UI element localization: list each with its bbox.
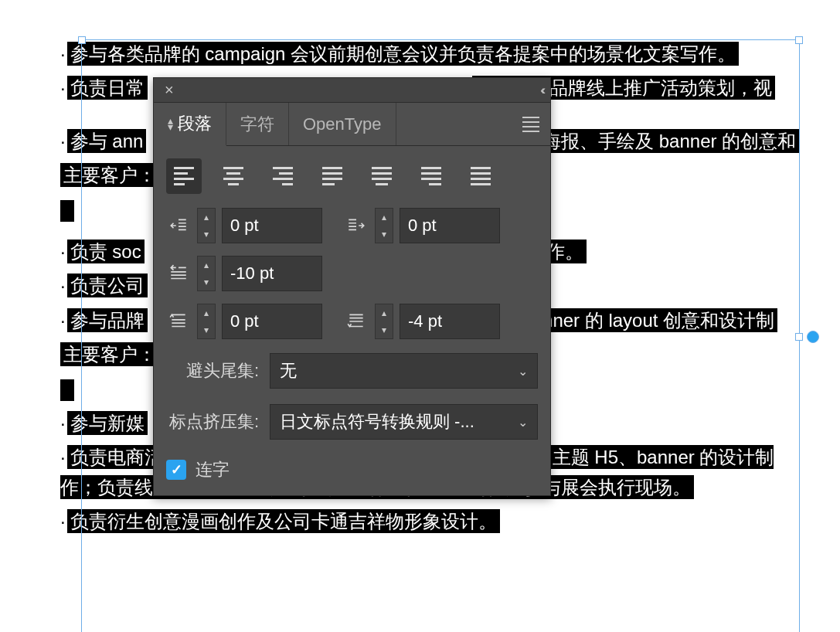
resize-handle-tr[interactable] [795, 36, 803, 44]
justify-left-button[interactable] [315, 158, 350, 194]
first-line-indent-field: ▴▾ -10 pt [166, 256, 322, 291]
right-indent-input[interactable]: 0 pt [400, 208, 500, 243]
justify-right-button[interactable] [413, 158, 449, 194]
left-indent-field: ▴▾ 0 pt [166, 208, 322, 243]
space-after-icon [344, 311, 369, 331]
mojikumi-dropdown[interactable]: 日文标点符号转换规则 -... ⌄ [270, 404, 538, 440]
frame-extend-handle[interactable] [807, 331, 819, 343]
panel-tabs: ▴▾ 段落 字符 OpenType [154, 103, 550, 146]
first-line-indent-input[interactable]: -10 pt [222, 256, 322, 291]
tab-opentype[interactable]: OpenType [289, 103, 396, 145]
ligature-label: 连字 [196, 458, 230, 481]
alignment-row [154, 146, 550, 202]
space-before-field: ▴▾ 0 pt [166, 304, 322, 339]
collapse-icon[interactable]: ‹‹ [540, 83, 542, 97]
justify-center-button[interactable] [364, 158, 400, 194]
paragraph-panel: × ‹‹ ▴▾ 段落 字符 OpenType [153, 77, 551, 496]
stepper[interactable]: ▴▾ [375, 208, 393, 243]
stepper[interactable]: ▴▾ [197, 304, 216, 339]
space-before-icon [166, 311, 191, 331]
stepper[interactable]: ▴▾ [197, 208, 216, 243]
stepper[interactable]: ▴▾ [197, 256, 216, 291]
kinsoku-label: 避头尾集: [166, 359, 259, 382]
left-indent-input[interactable]: 0 pt [222, 208, 322, 243]
chevron-down-icon: ⌄ [518, 364, 528, 379]
justify-all-button[interactable] [463, 158, 498, 194]
align-right-button[interactable] [265, 158, 301, 194]
mojikumi-label: 标点挤压集: [166, 410, 259, 433]
tab-label: 段落 [178, 112, 212, 135]
tab-character[interactable]: 字符 [226, 103, 289, 145]
right-indent-field: ▴▾ 0 pt [344, 208, 500, 243]
resize-handle-tl[interactable] [78, 36, 86, 44]
ligature-checkbox[interactable]: ✓ [166, 460, 186, 480]
align-center-button[interactable] [216, 158, 251, 194]
chevron-down-icon: ⌄ [518, 415, 528, 430]
align-left-button[interactable] [166, 158, 202, 194]
space-after-field: ▴▾ -4 pt [344, 304, 500, 339]
panel-menu-icon[interactable] [512, 103, 550, 145]
tab-paragraph[interactable]: ▴▾ 段落 [154, 103, 226, 146]
updown-icon: ▴▾ [168, 117, 173, 130]
first-line-indent-icon [166, 263, 191, 284]
kinsoku-dropdown[interactable]: 无 ⌄ [270, 353, 538, 389]
panel-titlebar[interactable]: × ‹‹ [154, 78, 550, 103]
space-before-input[interactable]: 0 pt [222, 304, 322, 339]
left-indent-icon [166, 216, 191, 236]
stepper[interactable]: ▴▾ [375, 304, 393, 339]
resize-handle-mr[interactable] [795, 333, 803, 341]
space-after-input[interactable]: -4 pt [400, 304, 500, 339]
right-indent-icon [344, 216, 369, 236]
close-icon[interactable]: × [162, 81, 177, 99]
